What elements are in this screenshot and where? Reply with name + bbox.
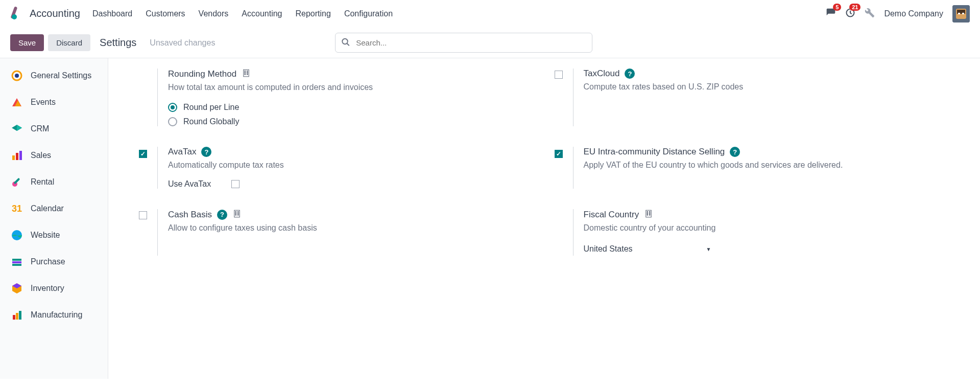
svg-rect-25	[247, 71, 248, 72]
svg-rect-11	[12, 155, 15, 160]
sidebar-label: General Settings	[31, 71, 91, 80]
sidebar-item-crm[interactable]: CRM	[0, 116, 108, 142]
radio-icon	[168, 103, 177, 112]
nav-configuration[interactable]: Configuration	[344, 9, 393, 18]
rental-icon	[10, 175, 23, 189]
setting-fiscal-country: Fiscal Country Domestic country of your …	[555, 209, 950, 256]
svg-rect-31	[235, 212, 236, 213]
nav-vendors[interactable]: Vendors	[199, 9, 229, 18]
activities-icon[interactable]: 21	[845, 8, 855, 19]
svg-rect-32	[237, 212, 238, 213]
svg-point-10	[15, 74, 19, 78]
help-icon[interactable]: ?	[217, 210, 227, 220]
sidebar-label: Events	[31, 98, 56, 107]
building-icon	[232, 209, 242, 220]
purchase-icon	[10, 255, 23, 268]
svg-rect-19	[12, 264, 21, 266]
svg-point-8	[342, 38, 348, 44]
svg-rect-43	[650, 215, 651, 216]
svg-rect-33	[235, 213, 236, 214]
settings-content: Rounding Method How total tax amount is …	[108, 58, 980, 379]
nav-dashboard[interactable]: Dashboard	[92, 9, 132, 18]
sidebar-item-purchase[interactable]: Purchase	[0, 249, 108, 275]
avatax-checkbox[interactable]	[139, 150, 147, 158]
svg-rect-22	[19, 311, 21, 320]
radio-label: Round Globally	[183, 117, 239, 126]
sidebar-label: Website	[31, 231, 60, 240]
fiscal-country-select[interactable]: United States ▼	[584, 242, 711, 256]
activities-badge: 21	[849, 4, 861, 11]
setting-title: EU Intra-community Distance Selling	[584, 147, 725, 157]
use-avatax-checkbox[interactable]	[231, 180, 240, 188]
svg-rect-34	[237, 213, 238, 214]
svg-rect-27	[247, 73, 248, 74]
setting-title: Cash Basis	[168, 210, 212, 220]
svg-rect-37	[646, 210, 652, 217]
svg-rect-7	[962, 13, 964, 14]
sidebar-item-rental[interactable]: Rental	[0, 169, 108, 195]
website-icon	[10, 229, 23, 242]
top-nav: Accounting Dashboard Customers Vendors A…	[0, 0, 980, 28]
help-icon[interactable]: ?	[625, 69, 635, 79]
messages-icon[interactable]: 5	[826, 8, 836, 19]
sidebar-item-manufacturing[interactable]: Manufacturing	[0, 302, 108, 328]
search-wrap	[335, 33, 592, 53]
select-value: United States	[584, 244, 633, 254]
sidebar-item-sales[interactable]: Sales	[0, 142, 108, 169]
search-input[interactable]	[335, 33, 592, 53]
search-icon	[341, 37, 350, 48]
app-logo-icon[interactable]	[10, 7, 25, 21]
app-title[interactable]: Accounting	[30, 8, 80, 19]
setting-avatax: AvaTax ? Automatically compute tax rates…	[139, 147, 534, 189]
svg-rect-18	[12, 261, 21, 263]
setting-desc: Automatically compute tax rates	[168, 159, 534, 171]
sidebar-item-general[interactable]: General Settings	[0, 62, 108, 89]
svg-rect-13	[19, 151, 22, 160]
setting-desc: Domestic country of your accounting	[584, 222, 950, 234]
unsaved-label: Unsaved changes	[150, 38, 215, 48]
cashbasis-checkbox[interactable]	[139, 211, 147, 219]
sidebar-label: Calendar	[31, 204, 64, 213]
setting-desc: Apply VAT of the EU country to which goo…	[584, 159, 950, 171]
eu-checkbox[interactable]	[555, 150, 563, 158]
radio-round-per-line[interactable]: Round per Line	[168, 103, 534, 112]
sidebar-label: Inventory	[31, 284, 64, 293]
save-button[interactable]: Save	[10, 34, 44, 51]
crm-icon	[10, 122, 23, 135]
sidebar-item-events[interactable]: Events	[0, 89, 108, 116]
radio-round-globally[interactable]: Round Globally	[168, 117, 534, 126]
events-icon	[10, 96, 23, 109]
svg-rect-40	[647, 213, 648, 214]
help-icon[interactable]: ?	[730, 147, 740, 157]
nav-accounting[interactable]: Accounting	[242, 9, 282, 18]
use-avatax-label: Use AvaTax	[168, 179, 211, 189]
sidebar-label: CRM	[31, 124, 49, 133]
tools-icon[interactable]	[865, 8, 875, 19]
radio-label: Round per Line	[183, 103, 239, 112]
company-switcher[interactable]: Demo Company	[884, 9, 943, 18]
discard-button[interactable]: Discard	[48, 34, 90, 51]
sidebar-item-website[interactable]: Website	[0, 222, 108, 249]
help-icon[interactable]: ?	[201, 147, 211, 157]
nav-reporting[interactable]: Reporting	[296, 9, 331, 18]
nav-customers[interactable]: Customers	[146, 9, 185, 18]
setting-desc: How total tax amount is computed in orde…	[168, 81, 534, 94]
taxcloud-checkbox[interactable]	[555, 71, 563, 79]
sidebar-item-inventory[interactable]: Inventory	[0, 275, 108, 302]
radio-icon	[168, 117, 177, 126]
svg-rect-21	[16, 313, 18, 320]
manufacturing-icon	[10, 308, 23, 322]
sidebar-item-calendar[interactable]: 31 Calendar	[0, 195, 108, 222]
messages-badge: 5	[833, 4, 841, 11]
control-panel: Save Discard Settings Unsaved changes	[0, 28, 980, 58]
setting-desc: Allow to configure taxes using cash basi…	[168, 222, 534, 234]
svg-rect-36	[237, 215, 238, 216]
building-icon	[242, 69, 251, 79]
svg-rect-42	[647, 215, 648, 216]
svg-rect-23	[244, 70, 249, 77]
sidebar-label: Rental	[31, 177, 54, 187]
setting-rounding: Rounding Method How total tax amount is …	[139, 69, 534, 126]
svg-rect-29	[247, 74, 248, 75]
setting-title: Rounding Method	[168, 69, 236, 79]
user-avatar[interactable]	[952, 5, 970, 22]
